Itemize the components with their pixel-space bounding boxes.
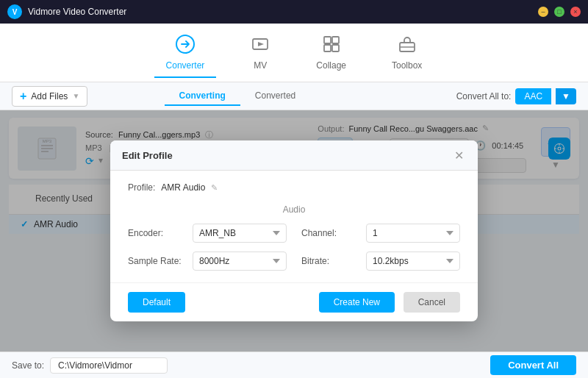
add-files-button[interactable]: + Add Files ▼ bbox=[12, 86, 87, 107]
encoder-select[interactable]: AMR_NB AMR_WB bbox=[193, 224, 287, 243]
dialog-title: Edit Profile bbox=[122, 150, 173, 161]
edit-profile-dialog: Edit Profile ✕ Profile: AMR Audio ✎ Audi… bbox=[110, 140, 478, 321]
sample-rate-row: Sample Rate: 8000Hz 16000Hz bbox=[128, 252, 287, 271]
sample-rate-select[interactable]: 8000Hz 16000Hz bbox=[193, 252, 287, 271]
bitrate-row: Bitrate: 10.2kbps 12.2kbps bbox=[301, 252, 460, 271]
sample-rate-label: Sample Rate: bbox=[128, 256, 187, 266]
app-logo: V bbox=[7, 4, 22, 19]
convert-all-format-button[interactable]: AAC bbox=[515, 88, 551, 104]
dialog-action-buttons: Create New Cancel bbox=[319, 292, 460, 313]
converter-icon bbox=[175, 34, 196, 57]
channel-label: Channel: bbox=[301, 228, 360, 238]
mv-label: MV bbox=[254, 60, 267, 71]
add-icon: + bbox=[20, 90, 26, 103]
converter-label: Converter bbox=[166, 60, 205, 71]
save-to-path: C:\Vidmore\Vidmor bbox=[50, 357, 168, 374]
collage-label: Collage bbox=[316, 60, 346, 71]
tab-converted[interactable]: Converted bbox=[240, 87, 310, 106]
tab-converting[interactable]: Converting bbox=[165, 87, 240, 106]
toolbox-icon bbox=[397, 34, 417, 57]
bottom-bar: Save to: C:\Vidmore\Vidmor Convert All bbox=[0, 352, 588, 378]
profile-name: AMR Audio bbox=[161, 182, 205, 193]
audio-section-label: Audio bbox=[128, 204, 460, 215]
audio-form-grid: Encoder: AMR_NB AMR_WB Channel: 1 2 bbox=[128, 224, 460, 271]
encoder-label: Encoder: bbox=[128, 228, 187, 238]
bitrate-select[interactable]: 10.2kbps 12.2kbps bbox=[366, 252, 460, 271]
channel-select[interactable]: 1 2 bbox=[366, 224, 460, 243]
dialog-header: Edit Profile ✕ bbox=[110, 140, 478, 171]
create-new-button[interactable]: Create New bbox=[319, 292, 395, 313]
svg-rect-3 bbox=[332, 37, 339, 43]
toolbar: + Add Files ▼ Converting Converted Conve… bbox=[0, 82, 588, 110]
convert-all-section: Convert All to: AAC ▼ bbox=[456, 88, 576, 104]
title-bar: V Vidmore Video Converter – □ × bbox=[0, 0, 588, 24]
profile-edit-icon[interactable]: ✎ bbox=[211, 183, 218, 193]
minimize-button[interactable]: – bbox=[538, 7, 548, 17]
nav-bar: Converter MV Collage bbox=[0, 24, 588, 82]
nav-item-converter[interactable]: Converter bbox=[154, 28, 217, 78]
nav-item-toolbox[interactable]: Toolbox bbox=[380, 28, 434, 78]
svg-rect-5 bbox=[332, 45, 339, 51]
convert-all-label: Convert All to: bbox=[456, 91, 512, 101]
encoder-row: Encoder: AMR_NB AMR_WB bbox=[128, 224, 287, 243]
app-title: Vidmore Video Converter bbox=[28, 7, 538, 17]
nav-item-mv[interactable]: MV bbox=[238, 28, 282, 78]
profile-row: Profile: AMR Audio ✎ bbox=[128, 182, 460, 193]
svg-rect-4 bbox=[324, 45, 331, 51]
nav-item-collage[interactable]: Collage bbox=[304, 28, 358, 78]
close-button[interactable]: × bbox=[570, 7, 581, 17]
dialog-close-button[interactable]: ✕ bbox=[451, 148, 466, 163]
dialog-body: Profile: AMR Audio ✎ Audio Encoder: AMR_… bbox=[110, 171, 478, 282]
maximize-button[interactable]: □ bbox=[554, 7, 564, 17]
convert-all-button[interactable]: Convert All bbox=[490, 355, 576, 375]
svg-rect-2 bbox=[324, 37, 331, 43]
collage-icon bbox=[321, 34, 342, 57]
bitrate-label: Bitrate: bbox=[301, 256, 360, 266]
default-button[interactable]: Default bbox=[128, 292, 185, 313]
cancel-button[interactable]: Cancel bbox=[404, 292, 460, 313]
dialog-footer: Default Create New Cancel bbox=[110, 282, 478, 321]
main-tabs: Converting Converted bbox=[165, 87, 311, 106]
add-files-label: Add Files bbox=[31, 91, 68, 101]
channel-row: Channel: 1 2 bbox=[301, 224, 460, 243]
save-to-label: Save to: bbox=[12, 360, 44, 371]
content-area: MP3 Source: Funny Cal...ggers.mp3 ⓘ MP3 … bbox=[0, 110, 588, 352]
toolbox-label: Toolbox bbox=[392, 60, 422, 71]
convert-all-dropdown[interactable]: ▼ bbox=[556, 88, 576, 104]
mv-icon bbox=[250, 34, 270, 57]
window-controls: – □ × bbox=[538, 7, 581, 17]
profile-label: Profile: bbox=[128, 182, 155, 193]
add-files-dropdown-arrow[interactable]: ▼ bbox=[72, 92, 79, 100]
